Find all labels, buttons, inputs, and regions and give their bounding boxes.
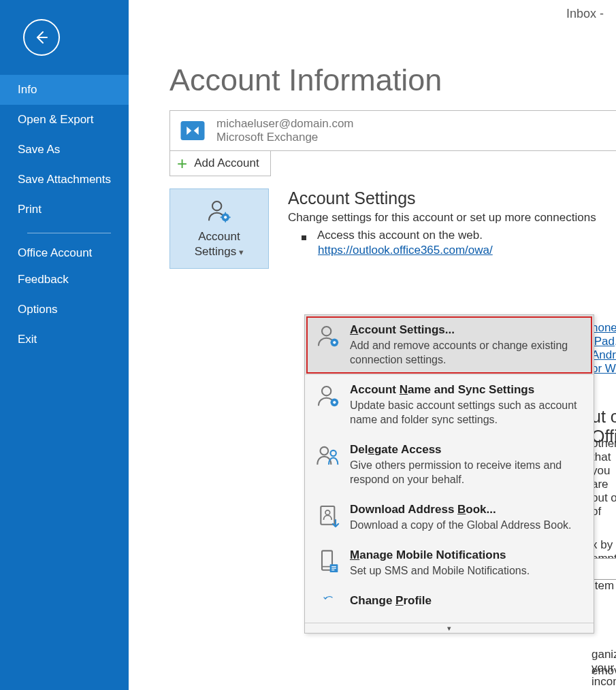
sidebar-label: Info [18, 83, 37, 96]
sidebar-item-print[interactable]: Print [0, 195, 129, 225]
dd-item-change-profile[interactable]: Change Profile [305, 586, 594, 623]
sidebar-label: Print [18, 203, 42, 216]
bullet-icon [302, 235, 306, 240]
rules-desc-partial2: emoved. [591, 664, 616, 678]
sidebar-label: Options [18, 303, 58, 316]
dd-item-delegate[interactable]: Delegate Access Give others permission t… [305, 435, 594, 495]
main-pane: Inbox - Account Information michaeluser@… [129, 0, 616, 690]
page-title: Account Information [169, 63, 616, 98]
sidebar-label: Save Attachments [18, 173, 111, 186]
svg-point-4 [224, 216, 227, 218]
dd-title: Account Name and Sync Settings [350, 383, 584, 397]
dd-item-name-sync[interactable]: Account Name and Sync Settings Update ba… [305, 375, 594, 435]
sidebar-item-save-as[interactable]: Save As [0, 135, 129, 165]
dd-item-download-address-book[interactable]: Download Address Book... Download a copy… [305, 495, 594, 540]
tile-label: Account Settings▾ [195, 229, 244, 260]
backstage-sidebar: Info Open & Export Save As Save Attachme… [0, 0, 129, 690]
sidebar-label: Save As [18, 143, 60, 156]
sidebar-label: Open & Export [18, 113, 94, 126]
svg-rect-1 [181, 121, 205, 140]
exchange-icon [178, 116, 207, 145]
dd-desc: Update basic account settings such as ac… [350, 398, 584, 427]
account-info: michaeluser@domain.com Microsoft Exchang… [216, 117, 354, 144]
add-account-button[interactable]: + Add Account [169, 151, 271, 176]
section-title: Account Settings [288, 188, 596, 208]
account-settings-dropdown: Account Settings... Add and remove accou… [304, 314, 594, 634]
svg-point-2 [212, 201, 221, 210]
dd-desc: Give others permission to receive items … [350, 458, 584, 487]
dd-title: Change Profile [350, 594, 584, 608]
mobile-icon [314, 548, 343, 577]
account-selector[interactable]: michaeluser@domain.com Microsoft Exchang… [169, 110, 616, 151]
user-gear-icon [314, 383, 343, 412]
dd-desc: Set up SMS and Mobile Notifications. [350, 563, 584, 578]
sidebar-separator [27, 233, 111, 233]
dd-title: Download Address Book... [350, 503, 584, 516]
dropdown-more-button[interactable]: ▾ [305, 623, 594, 633]
sidebar-item-feedback[interactable]: Feedback [0, 265, 129, 295]
sidebar-item-save-attachments[interactable]: Save Attachments [0, 165, 129, 195]
bullet-row: Access this account on the web. [302, 229, 596, 242]
address-book-download-icon [314, 503, 343, 531]
oof-desc-partial: others that you are out of of [591, 437, 616, 519]
sidebar-label: Exit [18, 333, 37, 346]
sidebar-item-exit[interactable]: Exit [0, 325, 129, 355]
dd-item-account-settings[interactable]: Account Settings... Add and remove accou… [305, 315, 594, 375]
sidebar-item-info[interactable]: Info [0, 75, 129, 105]
mobile-apps-link[interactable]: hone, iPad, Android, or Wind [591, 321, 616, 376]
sidebar-label: Feedback [18, 273, 69, 286]
dd-desc: Download a copy of the Global Address Bo… [350, 518, 584, 532]
svg-point-16 [331, 450, 336, 456]
account-type: Microsoft Exchange [216, 131, 354, 144]
sidebar-item-options[interactable]: Options [0, 295, 129, 325]
svg-point-14 [333, 401, 336, 404]
svg-point-15 [321, 447, 329, 455]
chevron-down-icon: ▾ [447, 624, 451, 633]
section-desc: Change settings for this account or set … [288, 211, 596, 225]
svg-point-11 [333, 341, 336, 344]
svg-point-12 [322, 387, 331, 395]
user-gear-icon [314, 323, 343, 352]
account-settings-text: Account Settings Change settings for thi… [288, 188, 596, 257]
svg-point-18 [325, 510, 330, 515]
back-arrow-icon [33, 29, 50, 46]
bullet-text: Access this account on the web. [317, 229, 483, 242]
sidebar-item-open-export[interactable]: Open & Export [0, 105, 129, 135]
change-profile-icon [314, 594, 343, 623]
sidebar-item-office-account[interactable]: Office Account [0, 242, 129, 265]
dd-title: Account Settings... [350, 323, 584, 337]
plus-icon: + [177, 157, 187, 169]
back-button[interactable] [23, 19, 60, 56]
breadcrumb: Inbox - [566, 7, 604, 21]
add-account-label: Add Account [194, 157, 259, 170]
svg-point-9 [322, 327, 331, 335]
account-email: michaeluser@domain.com [216, 117, 354, 131]
owa-link[interactable]: https://outlook.office365.com/owa/ [318, 244, 596, 257]
mailbox-quota-bar [591, 558, 616, 580]
dd-title: Manage Mobile Notifications [350, 548, 584, 562]
chevron-down-icon: ▾ [239, 245, 244, 260]
dd-title: Delegate Access [350, 443, 584, 457]
dd-desc: Add and remove accounts or change existi… [350, 338, 584, 367]
dd-item-mobile-notifications[interactable]: Manage Mobile Notifications Set up SMS a… [305, 540, 594, 586]
sidebar-label: Office Account [18, 246, 92, 259]
account-settings-tile[interactable]: Account Settings▾ [169, 188, 269, 269]
user-gear-icon [206, 198, 233, 225]
delegate-icon [314, 443, 343, 472]
